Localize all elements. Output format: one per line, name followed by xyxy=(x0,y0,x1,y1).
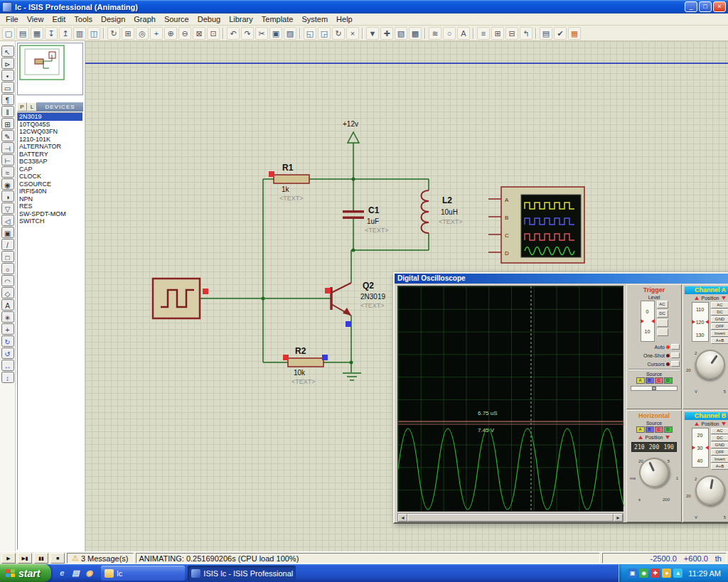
horizontal-source-b-button[interactable]: B xyxy=(646,426,654,433)
menu-item[interactable]: Design xyxy=(97,14,129,24)
channel-b-position-scale[interactable]: 20 30 40 xyxy=(692,428,709,468)
copy-icon[interactable]: ▣ xyxy=(269,27,282,40)
power-terminal[interactable] xyxy=(348,132,359,155)
block-delete-icon[interactable]: × xyxy=(346,27,359,40)
trigger-source-d-button[interactable]: D xyxy=(664,377,673,384)
device-item[interactable]: SWITCH xyxy=(18,217,82,225)
device-item[interactable]: CAP xyxy=(18,166,82,173)
block-move-icon[interactable]: ◲ xyxy=(318,27,331,40)
capacitor-c1[interactable] xyxy=(343,210,364,219)
goto-sheet-icon[interactable]: ↰ xyxy=(520,27,532,40)
trigger-level-slider[interactable] xyxy=(631,386,678,391)
terminal-icon[interactable]: ⊣ xyxy=(1,142,14,153)
logic-analyzer[interactable]: A B C D xyxy=(488,187,584,263)
taskbar-task-lc[interactable]: lc xyxy=(101,566,185,581)
text-2d-icon[interactable]: A xyxy=(1,299,14,311)
trigger-source-c-button[interactable]: C xyxy=(655,377,663,384)
trigger-source-b-button[interactable]: B xyxy=(646,377,654,384)
trigger-edge-rising-button[interactable] xyxy=(657,319,668,327)
internet-explorer-icon[interactable]: e xyxy=(56,568,68,579)
horizontal-source-d-button[interactable]: D xyxy=(664,426,673,433)
library-button[interactable]: L xyxy=(27,102,37,112)
menu-item[interactable]: File xyxy=(1,14,23,24)
paste-icon[interactable]: ▨ xyxy=(284,27,296,40)
component-mode-icon[interactable]: ⊳ xyxy=(1,58,14,69)
cut-icon[interactable]: ✂ xyxy=(255,27,268,40)
scroll-left-arrow[interactable]: ◄ xyxy=(398,514,407,522)
generator-icon[interactable]: ◑ xyxy=(1,190,14,202)
channel-b-invert-button[interactable]: Invert xyxy=(711,456,728,463)
play-button[interactable]: ▶ xyxy=(1,553,16,564)
current-probe-icon[interactable]: ◁ xyxy=(1,215,14,226)
channel-a-invert-button[interactable]: Invert xyxy=(711,330,728,337)
channel-b-add-button[interactable]: A+B xyxy=(711,463,728,470)
device-item[interactable]: 10TQ045S xyxy=(18,121,82,129)
zoom-out-icon[interactable]: ⊖ xyxy=(178,27,191,40)
overview-panel[interactable] xyxy=(17,43,83,95)
symbol-2d-icon[interactable]: ✳ xyxy=(1,311,14,323)
menu-item[interactable]: Template xyxy=(257,14,298,24)
close-button[interactable]: × xyxy=(713,1,726,12)
origin-icon[interactable]: ◎ xyxy=(136,27,149,40)
decompose-icon[interactable]: ▩ xyxy=(409,27,422,40)
device-list[interactable]: 2N301910TQ045S12CWQ03FN1210-101KALTERNAT… xyxy=(17,112,83,550)
redo-icon[interactable]: ↷ xyxy=(241,27,254,40)
trigger-auto-button[interactable] xyxy=(671,344,680,350)
network-tray-icon[interactable]: ▣ xyxy=(628,568,637,578)
channel-b-ac-button[interactable]: AC xyxy=(711,428,728,434)
junction-dot-icon[interactable]: • xyxy=(1,70,14,81)
mirror-h-icon[interactable]: ↔ xyxy=(1,360,14,371)
minimize-button[interactable]: _ xyxy=(685,1,697,12)
rotate-cw-icon[interactable]: ↻ xyxy=(1,335,14,347)
channel-a-position-scale[interactable]: 110 120 130 xyxy=(692,302,709,342)
new-file-icon[interactable]: ▢ xyxy=(2,27,15,40)
bus-mode-icon[interactable]: ‖ xyxy=(1,106,14,117)
trigger-source-a-button[interactable]: A xyxy=(636,377,645,384)
channel-b-off-button[interactable]: OFF xyxy=(711,449,728,456)
subcircuit-icon[interactable]: ⊞ xyxy=(1,118,14,129)
circle-2d-icon[interactable]: ○ xyxy=(1,263,14,274)
pulse-generator[interactable] xyxy=(153,279,200,318)
trigger-ac-button[interactable]: AC xyxy=(657,301,668,308)
trigger-cursors-button[interactable] xyxy=(671,361,680,367)
export-section-icon[interactable]: ↥ xyxy=(59,27,72,40)
menu-item[interactable]: Source xyxy=(160,14,193,24)
media-player-icon[interactable]: ◉ xyxy=(83,568,95,579)
menu-item[interactable]: View xyxy=(23,14,48,24)
zoom-in-icon[interactable]: ⊕ xyxy=(164,27,177,40)
channel-b-position-down-arrow[interactable] xyxy=(722,422,726,426)
search-tag-icon[interactable]: ○ xyxy=(443,27,456,40)
device-item[interactable]: RES xyxy=(18,203,82,210)
marker-2d-icon[interactable]: + xyxy=(1,323,14,335)
mark-output-area-icon[interactable]: ◫ xyxy=(87,27,100,40)
tape-recorder-icon[interactable]: ◉ xyxy=(1,178,14,190)
text-script-icon[interactable]: ¶ xyxy=(1,94,14,105)
device-item[interactable]: BATTERY xyxy=(18,151,82,158)
menu-item[interactable]: Tools xyxy=(70,14,97,24)
open-design-icon[interactable]: ▤ xyxy=(16,27,29,40)
instant-edit-icon[interactable]: ✎ xyxy=(1,130,14,141)
menu-item[interactable]: Edit xyxy=(48,14,70,24)
menu-item[interactable]: Debug xyxy=(193,14,225,24)
property-assignment-icon[interactable]: A xyxy=(457,27,470,40)
channel-b-dc-button[interactable]: DC xyxy=(711,435,728,441)
make-device-icon[interactable]: ✚ xyxy=(380,27,393,40)
scroll-right-arrow[interactable]: ► xyxy=(614,514,623,522)
pause-button[interactable]: ▮▮ xyxy=(34,553,48,564)
device-item[interactable]: 12CWQ03FN xyxy=(18,128,82,136)
taskbar-clock[interactable]: 11:29 AM xyxy=(688,569,721,578)
channel-a-gnd-button[interactable]: GND xyxy=(711,316,728,323)
graph-mode-icon[interactable]: ≈ xyxy=(1,166,14,178)
channel-b-gain-knob[interactable] xyxy=(693,473,728,508)
trigger-level-scale[interactable]: 0 10 xyxy=(641,301,655,342)
stop-button[interactable]: ■ xyxy=(50,553,65,564)
device-item[interactable]: IRFI540N xyxy=(18,188,82,195)
channel-a-ac-button[interactable]: AC xyxy=(711,302,728,308)
channel-a-dc-button[interactable]: DC xyxy=(711,309,728,316)
rotate-ccw-icon[interactable]: ↺ xyxy=(1,347,14,359)
start-button[interactable]: start xyxy=(0,564,51,582)
pick-parts-button[interactable]: P xyxy=(17,102,27,112)
menu-item[interactable]: Library xyxy=(225,14,257,24)
resistor-r2[interactable] xyxy=(288,358,323,367)
oscilloscope-scrollbar[interactable]: ◄ ► xyxy=(397,513,623,522)
